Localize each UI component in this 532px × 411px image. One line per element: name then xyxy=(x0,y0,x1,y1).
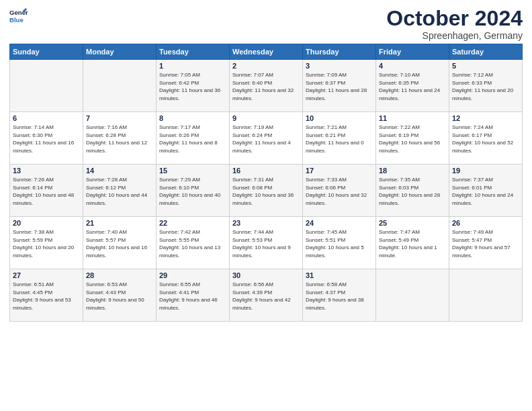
calendar-cell: 21Sunrise: 7:40 AMSunset: 5:57 PMDayligh… xyxy=(83,217,157,269)
calendar-cell: 6Sunrise: 7:14 AMSunset: 6:30 PMDaylight… xyxy=(10,112,83,165)
page-subtitle: Spreenhagen, Germany xyxy=(386,30,523,41)
logo-icon: General Blue xyxy=(9,7,28,26)
day-number: 20 xyxy=(13,219,80,227)
day-number: 23 xyxy=(232,219,300,227)
calendar-cell: 14Sunrise: 7:28 AMSunset: 6:12 PMDayligh… xyxy=(83,165,157,217)
day-header-thursday: Thursday xyxy=(303,44,376,60)
week-row-5: 27Sunrise: 6:51 AMSunset: 4:45 PMDayligh… xyxy=(10,269,523,322)
day-number: 8 xyxy=(159,114,226,122)
day-number: 2 xyxy=(232,62,300,70)
day-info: Sunrise: 7:19 AMSunset: 6:24 PMDaylight:… xyxy=(232,124,300,154)
week-row-4: 20Sunrise: 7:38 AMSunset: 5:59 PMDayligh… xyxy=(10,217,523,269)
day-number: 18 xyxy=(379,167,446,175)
calendar-cell: 29Sunrise: 6:55 AMSunset: 4:41 PMDayligh… xyxy=(157,269,230,322)
day-info: Sunrise: 7:21 AMSunset: 6:21 PMDaylight:… xyxy=(306,124,373,154)
calendar-cell: 9Sunrise: 7:19 AMSunset: 6:24 PMDaylight… xyxy=(230,112,303,165)
day-info: Sunrise: 7:05 AMSunset: 6:42 PMDaylight:… xyxy=(159,71,226,102)
day-number: 19 xyxy=(452,167,519,175)
day-info: Sunrise: 7:16 AMSunset: 6:28 PMDaylight:… xyxy=(86,124,153,154)
day-info: Sunrise: 7:10 AMSunset: 6:35 PMDaylight:… xyxy=(379,71,446,102)
day-number: 4 xyxy=(379,62,446,70)
calendar-cell: 7Sunrise: 7:16 AMSunset: 6:28 PMDaylight… xyxy=(83,112,157,165)
day-header-sunday: Sunday xyxy=(10,44,83,60)
day-number: 13 xyxy=(13,167,80,175)
day-number: 28 xyxy=(86,271,153,279)
day-number: 9 xyxy=(232,114,300,122)
calendar-cell: 2Sunrise: 7:07 AMSunset: 6:40 PMDaylight… xyxy=(230,60,303,112)
day-header-tuesday: Tuesday xyxy=(157,44,230,60)
day-header-monday: Monday xyxy=(83,44,157,60)
calendar-cell: 17Sunrise: 7:33 AMSunset: 6:06 PMDayligh… xyxy=(303,165,376,217)
calendar-cell xyxy=(10,60,83,112)
calendar-cell: 26Sunrise: 7:49 AMSunset: 5:47 PMDayligh… xyxy=(449,217,523,269)
day-info: Sunrise: 7:14 AMSunset: 6:30 PMDaylight:… xyxy=(13,124,80,154)
day-number: 17 xyxy=(306,167,373,175)
calendar-cell: 22Sunrise: 7:42 AMSunset: 5:55 PMDayligh… xyxy=(157,217,230,269)
day-number: 14 xyxy=(86,167,153,175)
day-info: Sunrise: 7:47 AMSunset: 5:49 PMDaylight:… xyxy=(379,228,446,259)
logo: General Blue xyxy=(9,7,28,26)
day-info: Sunrise: 7:07 AMSunset: 6:40 PMDaylight:… xyxy=(232,71,300,102)
day-number: 3 xyxy=(306,62,373,70)
day-info: Sunrise: 7:12 AMSunset: 6:33 PMDaylight:… xyxy=(452,71,519,102)
day-number: 16 xyxy=(232,167,300,175)
day-number: 25 xyxy=(379,219,446,227)
day-number: 12 xyxy=(452,114,519,122)
calendar-cell: 13Sunrise: 7:26 AMSunset: 6:14 PMDayligh… xyxy=(10,165,83,217)
day-info: Sunrise: 6:51 AMSunset: 4:45 PMDaylight:… xyxy=(13,281,80,312)
day-number: 29 xyxy=(159,271,226,279)
week-row-3: 13Sunrise: 7:26 AMSunset: 6:14 PMDayligh… xyxy=(10,165,523,217)
day-info: Sunrise: 7:45 AMSunset: 5:51 PMDaylight:… xyxy=(306,228,373,259)
week-row-1: 1Sunrise: 7:05 AMSunset: 6:42 PMDaylight… xyxy=(10,60,523,112)
calendar-cell: 31Sunrise: 6:58 AMSunset: 4:37 PMDayligh… xyxy=(303,269,376,322)
calendar-cell: 12Sunrise: 7:24 AMSunset: 6:17 PMDayligh… xyxy=(449,112,523,165)
calendar-cell: 10Sunrise: 7:21 AMSunset: 6:21 PMDayligh… xyxy=(303,112,376,165)
calendar-cell: 16Sunrise: 7:31 AMSunset: 6:08 PMDayligh… xyxy=(230,165,303,217)
calendar-cell: 1Sunrise: 7:05 AMSunset: 6:42 PMDaylight… xyxy=(157,60,230,112)
day-number: 5 xyxy=(452,62,519,70)
day-header-wednesday: Wednesday xyxy=(230,44,303,60)
calendar-cell: 15Sunrise: 7:29 AMSunset: 6:10 PMDayligh… xyxy=(157,165,230,217)
day-info: Sunrise: 7:22 AMSunset: 6:19 PMDaylight:… xyxy=(379,124,446,154)
day-header-friday: Friday xyxy=(376,44,449,60)
day-info: Sunrise: 6:58 AMSunset: 4:37 PMDaylight:… xyxy=(306,281,373,312)
day-info: Sunrise: 7:38 AMSunset: 5:59 PMDaylight:… xyxy=(13,228,80,259)
day-info: Sunrise: 7:26 AMSunset: 6:14 PMDaylight:… xyxy=(13,176,80,207)
day-number: 6 xyxy=(13,114,80,122)
day-number: 1 xyxy=(159,62,226,70)
day-info: Sunrise: 6:55 AMSunset: 4:41 PMDaylight:… xyxy=(159,281,226,312)
calendar-cell xyxy=(83,60,157,112)
calendar-cell: 11Sunrise: 7:22 AMSunset: 6:19 PMDayligh… xyxy=(376,112,449,165)
day-info: Sunrise: 7:09 AMSunset: 6:37 PMDaylight:… xyxy=(306,71,373,102)
day-number: 10 xyxy=(306,114,373,122)
page-title: October 2024 xyxy=(386,7,523,30)
day-info: Sunrise: 7:24 AMSunset: 6:17 PMDaylight:… xyxy=(452,124,519,154)
calendar-cell: 20Sunrise: 7:38 AMSunset: 5:59 PMDayligh… xyxy=(10,217,83,269)
title-block: October 2024 Spreenhagen, Germany xyxy=(386,7,523,41)
day-number: 24 xyxy=(306,219,373,227)
calendar-cell: 8Sunrise: 7:17 AMSunset: 6:26 PMDaylight… xyxy=(157,112,230,165)
calendar-cell xyxy=(449,269,523,322)
day-info: Sunrise: 7:33 AMSunset: 6:06 PMDaylight:… xyxy=(306,176,373,207)
calendar-cell: 3Sunrise: 7:09 AMSunset: 6:37 PMDaylight… xyxy=(303,60,376,112)
calendar-table: SundayMondayTuesdayWednesdayThursdayFrid… xyxy=(9,44,523,322)
calendar-cell: 27Sunrise: 6:51 AMSunset: 4:45 PMDayligh… xyxy=(10,269,83,322)
day-info: Sunrise: 7:31 AMSunset: 6:08 PMDaylight:… xyxy=(232,176,300,207)
day-number: 7 xyxy=(86,114,153,122)
day-number: 30 xyxy=(232,271,300,279)
day-info: Sunrise: 7:44 AMSunset: 5:53 PMDaylight:… xyxy=(232,228,300,259)
day-info: Sunrise: 6:56 AMSunset: 4:39 PMDaylight:… xyxy=(232,281,300,312)
day-info: Sunrise: 7:29 AMSunset: 6:10 PMDaylight:… xyxy=(159,176,226,207)
day-number: 26 xyxy=(452,219,519,227)
day-info: Sunrise: 7:28 AMSunset: 6:12 PMDaylight:… xyxy=(86,176,153,207)
calendar-cell: 25Sunrise: 7:47 AMSunset: 5:49 PMDayligh… xyxy=(376,217,449,269)
calendar-cell: 24Sunrise: 7:45 AMSunset: 5:51 PMDayligh… xyxy=(303,217,376,269)
calendar-cell: 5Sunrise: 7:12 AMSunset: 6:33 PMDaylight… xyxy=(449,60,523,112)
calendar-cell: 19Sunrise: 7:37 AMSunset: 6:01 PMDayligh… xyxy=(449,165,523,217)
day-info: Sunrise: 7:17 AMSunset: 6:26 PMDaylight:… xyxy=(159,124,226,154)
day-info: Sunrise: 7:40 AMSunset: 5:57 PMDaylight:… xyxy=(86,228,153,259)
calendar-cell: 28Sunrise: 6:53 AMSunset: 4:43 PMDayligh… xyxy=(83,269,157,322)
day-number: 27 xyxy=(13,271,80,279)
calendar-cell xyxy=(376,269,449,322)
day-number: 21 xyxy=(86,219,153,227)
